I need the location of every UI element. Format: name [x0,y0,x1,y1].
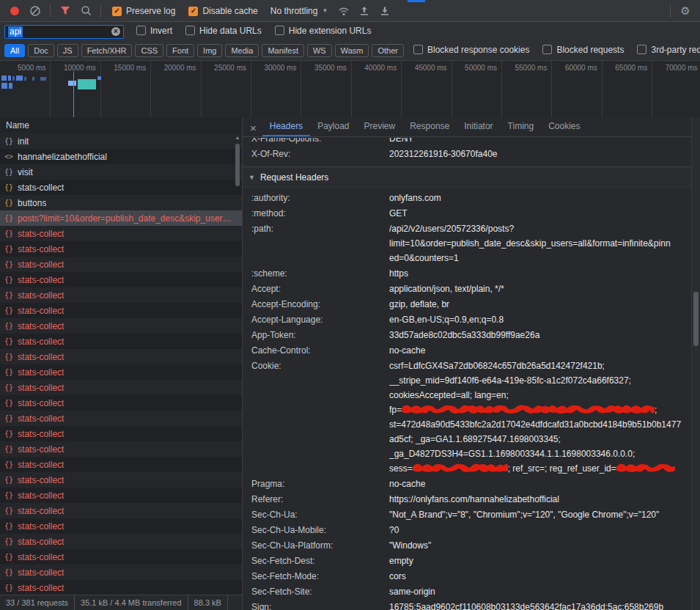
funnel-icon [60,6,70,15]
tab-preview[interactable]: Preview [357,117,403,136]
braces-icon: {} [4,414,13,422]
type-filter-manifest[interactable]: Manifest [262,44,304,57]
request-row[interactable]: {}stats-collect [0,549,242,565]
header-value-line: "Not_A Brand";v="8", "Chromium";v="120",… [389,507,692,522]
request-row[interactable]: {}buttons [0,195,242,210]
request-row[interactable]: {}posts?limit=10&order=publish_date_desc… [0,210,242,226]
tab-timing[interactable]: Timing [501,117,542,136]
request-row[interactable]: {}stats-collect [0,411,242,426]
type-filter-media[interactable]: Media [225,44,259,57]
hide-extension-urls-checkbox[interactable]: Hide extension URLs [275,26,372,36]
tick-label: 50000 ms [450,64,497,72]
tab-initiator[interactable]: Initiator [457,117,500,136]
close-details-button[interactable]: × [250,122,257,133]
header-value: DENY [389,138,692,146]
tab-response[interactable]: Response [402,117,457,136]
hide-data-urls-checkbox[interactable]: Hide data URLs [185,26,262,36]
request-row[interactable]: {}stats-collect [0,226,242,241]
type-filter-all[interactable]: All [4,44,25,57]
filter-toggle-button[interactable] [56,2,74,20]
disable-cache-checkbox[interactable]: ✓Disable cache [188,6,257,16]
blocked-response-cookies-checkbox-label: Blocked response cookies [427,45,529,55]
search-button[interactable] [77,2,95,20]
request-row[interactable]: {}visit [0,164,242,180]
clear-icon [29,5,41,17]
header-value-fragment: sess= [389,463,413,474]
name-column-header[interactable]: Name [0,117,242,134]
request-row[interactable]: {}stats-collect [0,472,242,488]
request-row[interactable]: {}init [0,133,242,149]
type-filter-wasm[interactable]: Wasm [335,44,369,57]
type-filter-other[interactable]: Other [372,44,404,57]
header-name: Accept: [251,282,389,296]
request-row[interactable]: {}stats-collect [0,180,242,195]
request-row[interactable]: {}stats-collect [0,503,242,518]
request-row[interactable]: {}stats-collect [0,395,242,411]
request-row[interactable]: {}stats-collect [0,287,242,303]
preserve-log-checkbox[interactable]: ✓Preserve log [112,6,175,16]
header-value-line: en-GB,en-US;q=0.9,en;q=0.8 [389,312,692,327]
tick-label: 70000 ms [651,64,698,72]
record-button[interactable] [6,2,23,20]
type-filter-css[interactable]: CSS [135,44,163,57]
request-row[interactable]: {}stats-collect [0,364,242,380]
request-row[interactable]: {}stats-collect [0,334,242,349]
network-conditions-button[interactable] [335,2,353,20]
request-row[interactable]: <>hannahelizabethofficial [0,149,242,164]
request-row[interactable]: {}stats-collect [0,426,242,441]
type-filter-fetch-xhr[interactable]: Fetch/XHR [81,44,133,57]
scroll-thumb[interactable] [235,144,240,186]
disable-cache-checkbox-label: Disable cache [202,6,257,16]
request-row[interactable]: {}stats-collect [0,349,242,364]
toolbar-divider [50,4,51,18]
request-row[interactable]: {}stats-collect [0,257,242,272]
header-name: Accept-Language: [251,312,389,327]
details-scroll-thumb[interactable] [693,292,699,346]
tick-label: 55000 ms [500,64,547,72]
settings-button[interactable]: ⚙ [677,2,694,20]
details-scrollbar[interactable] [691,117,700,610]
export-har-button[interactable] [355,2,373,20]
tab-payload[interactable]: Payload [310,117,356,136]
request-row[interactable]: {}stats-collect [0,380,242,395]
blocked-response-cookies-checkbox[interactable]: Blocked response cookies [413,45,529,55]
request-row[interactable]: {}stats-collect [0,518,242,534]
request-row[interactable]: {}stats-collect [0,534,242,549]
request-list-scrollbar[interactable]: ▲ [234,133,241,595]
type-filter-img[interactable]: Img [197,44,222,57]
request-list-panel: Name {}init<>hannahelizabethofficial{}vi… [0,117,243,610]
request-row[interactable]: {}stats-collect [0,565,242,580]
braces-icon: {} [4,584,13,592]
request-row[interactable]: {}stats-collect [0,303,242,318]
blocked-requests-checkbox[interactable]: Blocked requests [542,45,624,55]
request-headers-section-toggle[interactable]: ▼ Request Headers [243,167,692,188]
checkbox-checked-icon: ✓ [112,7,122,16]
clear-filter-icon[interactable]: × [111,27,120,36]
request-row[interactable]: {}stats-collect [0,457,242,472]
type-filter-font[interactable]: Font [166,44,194,57]
request-details-panel: × HeadersPayloadPreviewResponseInitiator… [243,117,700,610]
request-row[interactable]: {}stats-collect [0,272,242,287]
tab-cookies[interactable]: Cookies [541,117,587,136]
import-har-button[interactable] [376,2,394,20]
request-row[interactable]: {}stats-collect [0,241,242,257]
tab-headers[interactable]: Headers [262,117,310,136]
request-row[interactable]: {}stats-collect [0,441,242,457]
throttling-select[interactable]: No throttling ▼ [270,6,328,16]
clear-network-log-button[interactable] [26,2,44,20]
request-row[interactable]: {}stats-collect [0,318,242,334]
invert-checkbox[interactable]: Invert [136,26,172,36]
timeline-overview[interactable]: 5000 ms10000 ms15000 ms20000 ms25000 ms3… [0,61,700,118]
scroll-up-icon[interactable]: ▲ [234,135,241,140]
third-party-requests-checkbox[interactable]: 3rd-party requests [637,45,700,55]
header-row: Sec-Fetch-Mode:cors [251,569,692,584]
request-row[interactable]: {}stats-collect [0,488,242,503]
network-filter-input[interactable]: api × [4,25,124,39]
timeline-bar [1,83,7,89]
header-value: en-GB,en-US;q=0.9,en;q=0.8 [389,312,692,327]
tick-label: 20000 ms [150,64,196,72]
request-row[interactable]: {}stats-collect [0,580,242,595]
type-filter-ws[interactable]: WS [307,44,332,57]
type-filter-js[interactable]: JS [57,44,78,57]
type-filter-doc[interactable]: Doc [28,44,54,57]
